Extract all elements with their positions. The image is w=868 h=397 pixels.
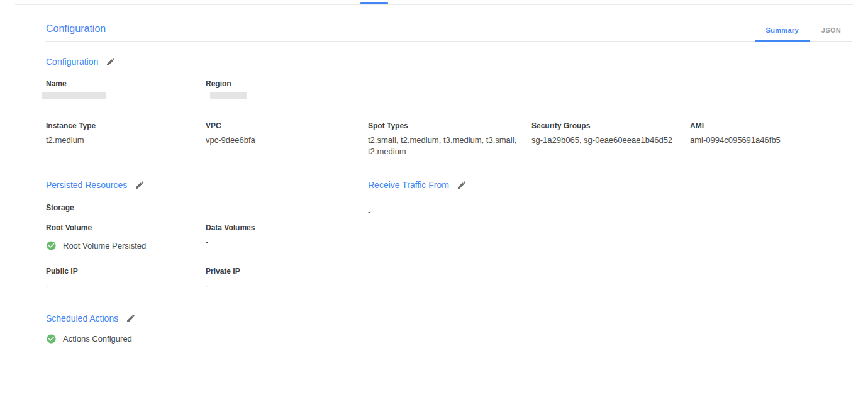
field-root-volume: Root Volume Root Volume Persisted xyxy=(46,223,206,251)
field-value: t2.small, t2.medium, t3.medium, t3.small… xyxy=(368,135,523,157)
field-label: Name xyxy=(46,79,206,89)
receive-traffic-header: Receive Traffic From xyxy=(368,180,852,190)
field-label: Region xyxy=(206,79,368,89)
view-tabs: Summary JSON xyxy=(755,26,852,41)
field-spot-types: Spot Types t2.small, t2.medium, t3.mediu… xyxy=(368,121,531,157)
configuration-section-header: Configuration xyxy=(46,57,852,67)
check-circle-icon xyxy=(46,240,57,251)
field-label: Data Volumes xyxy=(206,223,368,233)
scheduled-actions-section: Scheduled Actions Actions Configured xyxy=(46,313,852,344)
persisted-resources-header: Persisted Resources xyxy=(46,180,368,190)
check-circle-icon xyxy=(46,333,57,344)
volumes-row: Root Volume Root Volume Persisted Data V… xyxy=(46,223,368,251)
redacted-region-value xyxy=(210,92,247,99)
field-region: Region xyxy=(206,79,368,99)
configuration-page: Configuration Summary JSON Configuration… xyxy=(0,0,868,397)
status-text: Actions Configured xyxy=(63,334,132,344)
field-label: Instance Type xyxy=(46,121,206,131)
field-label: Spot Types xyxy=(368,121,523,131)
field-label: VPC xyxy=(206,121,368,131)
field-value: - xyxy=(206,280,368,291)
instance-details-row: Instance Type t2.medium VPC vpc-9dee6bfa… xyxy=(46,121,852,157)
active-top-tab-indicator xyxy=(360,2,388,4)
configuration-section-title: Configuration xyxy=(46,57,98,67)
redacted-name-value xyxy=(42,92,106,99)
field-label: Security Groups xyxy=(531,121,690,131)
field-value: sg-1a29b065, sg-0eae60eeae1b46d52 xyxy=(531,135,690,146)
storage-label: Storage xyxy=(46,203,368,213)
ip-row: Public IP - Private IP - xyxy=(46,267,368,291)
receive-traffic-value: - xyxy=(368,206,852,217)
configuration-section: Configuration Name Region Instance Type xyxy=(46,57,852,157)
field-label: Public IP xyxy=(46,267,206,276)
top-tab-rule xyxy=(15,4,853,5)
field-value: - xyxy=(46,280,206,291)
tab-summary[interactable]: Summary xyxy=(755,26,810,42)
scheduled-actions-header: Scheduled Actions xyxy=(46,313,852,323)
scheduled-actions-status: Actions Configured xyxy=(46,333,852,344)
middle-band: Persisted Resources Storage Root Volume xyxy=(46,180,852,291)
scheduled-actions-title: Scheduled Actions xyxy=(46,313,118,323)
field-ami: AMI ami-0994c095691a46fb5 xyxy=(690,121,852,157)
page-header: Configuration Summary JSON xyxy=(46,23,852,42)
field-vpc: VPC vpc-9dee6bfa xyxy=(206,121,368,157)
page-title: Configuration xyxy=(46,23,106,35)
field-label: Private IP xyxy=(206,267,368,276)
receive-traffic-section: Receive Traffic From - xyxy=(368,180,852,291)
field-instance-type: Instance Type t2.medium xyxy=(46,121,206,157)
edit-pencil-icon[interactable] xyxy=(135,180,145,190)
field-name: Name xyxy=(46,79,206,99)
field-label: AMI xyxy=(690,121,852,131)
persisted-resources-section: Persisted Resources Storage Root Volume xyxy=(46,180,368,291)
field-security-groups: Security Groups sg-1a29b065, sg-0eae60ee… xyxy=(531,121,690,157)
content-area: Configuration Summary JSON Configuration… xyxy=(0,23,868,344)
field-value: vpc-9dee6bfa xyxy=(206,135,368,146)
field-value: ami-0994c095691a46fb5 xyxy=(690,135,852,146)
name-region-row: Name Region xyxy=(46,79,852,99)
receive-traffic-title: Receive Traffic From xyxy=(368,180,449,190)
field-label: Root Volume xyxy=(46,223,206,233)
edit-pencil-icon[interactable] xyxy=(106,57,116,67)
field-value: t2.medium xyxy=(46,135,206,146)
field-data-volumes: Data Volumes - xyxy=(206,223,368,251)
edit-pencil-icon[interactable] xyxy=(457,180,467,190)
field-private-ip: Private IP - xyxy=(206,267,368,291)
persisted-resources-title: Persisted Resources xyxy=(46,180,127,190)
field-value: - xyxy=(206,237,368,247)
edit-pencil-icon[interactable] xyxy=(126,313,136,323)
root-volume-status: Root Volume Persisted xyxy=(46,240,206,251)
status-text: Root Volume Persisted xyxy=(63,241,146,250)
field-public-ip: Public IP - xyxy=(46,267,206,291)
tab-json[interactable]: JSON xyxy=(810,26,852,41)
